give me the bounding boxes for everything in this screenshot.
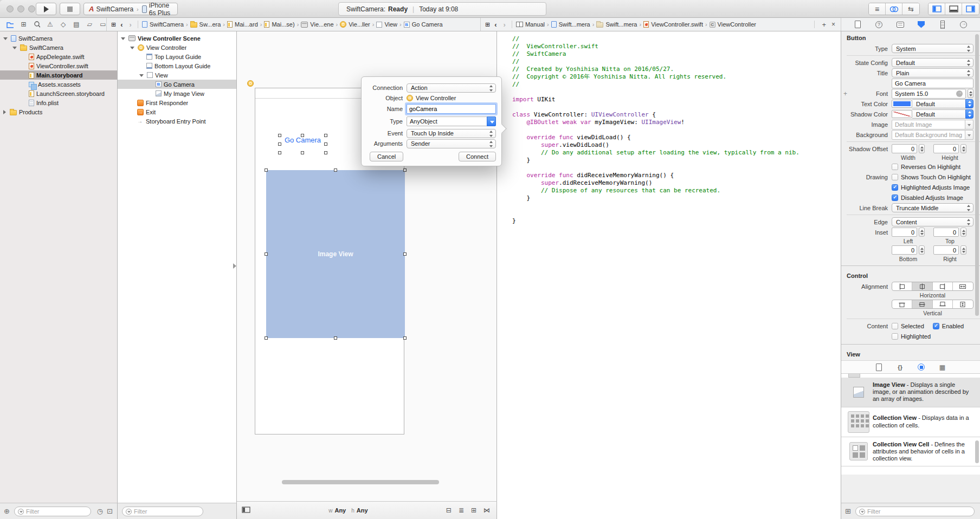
align-fill-vertical-segment[interactable] (953, 300, 973, 308)
cancel-button[interactable]: Cancel (370, 152, 403, 161)
version-editor-button[interactable]: ⇆ (902, 3, 919, 15)
line-break-popup[interactable]: Truncate Middle (892, 203, 973, 212)
stepper[interactable] (960, 144, 966, 153)
filter-input[interactable] (134, 508, 199, 515)
file-row[interactable]: ViewController.swift (0, 61, 117, 70)
quick-help-inspector-icon[interactable]: ? (875, 21, 883, 28)
selected-checkbox[interactable]: Selected (892, 323, 924, 329)
close-assistant-editor-button[interactable]: × (831, 21, 835, 28)
source-editor[interactable]: //// ViewController.swift// SwiftCamera/… (497, 31, 841, 519)
text-color-popup[interactable]: Default (912, 99, 973, 108)
outline-filter-field[interactable] (122, 507, 203, 516)
size-inspector-icon[interactable] (938, 21, 946, 29)
selection-handle[interactable] (301, 134, 304, 137)
disclosure-triangle[interactable] (139, 74, 144, 77)
related-items-icon[interactable]: ⊞ (111, 21, 116, 28)
forward-button[interactable]: › (127, 21, 134, 29)
debug-navigator-icon[interactable]: ▤ (73, 21, 80, 28)
align-left-segment[interactable] (892, 282, 912, 290)
shadow-offset-height-field[interactable]: 0 (933, 144, 959, 153)
align-middle-segment[interactable] (912, 300, 932, 308)
align-right-segment[interactable] (933, 282, 953, 290)
recent-files-icon[interactable]: ◷ (97, 507, 103, 515)
library-item[interactable]: Collection View - Displays data in a col… (841, 407, 980, 437)
disabled-adjusts-image-checkbox[interactable]: Disabled Adjusts Image (892, 194, 963, 201)
inset-left-field[interactable]: 0 (892, 228, 917, 237)
file-row[interactable]: AppDelegate.swift (0, 52, 117, 61)
connection-name-input[interactable] (407, 104, 496, 114)
canvas-button[interactable]: Go Camera (280, 136, 326, 144)
stepper[interactable] (919, 144, 925, 153)
library-item[interactable]: Collection View Cell - Defines the attri… (841, 437, 980, 467)
stepper[interactable] (919, 228, 925, 237)
object-library-icon[interactable] (917, 364, 925, 371)
zoom-window-button[interactable] (28, 5, 35, 12)
find-navigator-icon[interactable] (34, 21, 40, 28)
image-combo[interactable]: Default Image (892, 120, 973, 129)
text-color-swatch[interactable] (892, 100, 912, 108)
connections-inspector-icon[interactable] (959, 21, 968, 28)
highlighted-checkbox[interactable]: Highlighted (892, 333, 931, 340)
selection-handle[interactable] (278, 134, 281, 137)
checkbox[interactable] (892, 184, 898, 191)
identity-inspector-icon[interactable] (896, 22, 904, 28)
background-image-combo[interactable]: Default Background Imag (892, 130, 973, 140)
resize-handle[interactable] (403, 336, 407, 340)
title-type-popup[interactable]: Plain (892, 68, 973, 77)
file-row[interactable]: Main.storyboard (0, 70, 117, 80)
selection-handle[interactable] (324, 151, 327, 154)
issue-navigator-icon[interactable]: ⚠ (47, 21, 53, 28)
size-class-control[interactable]: w Any h Any (250, 507, 446, 514)
outline-toggle-grip[interactable] (233, 263, 236, 269)
code-snippet-library-icon[interactable]: {} (896, 364, 904, 371)
align-top-segment[interactable] (892, 300, 912, 308)
connect-button[interactable]: Connect (459, 152, 496, 161)
selection-handle[interactable] (324, 134, 327, 137)
library-filter-field[interactable] (855, 507, 975, 516)
outline-row[interactable]: Go Camera (118, 80, 236, 89)
inset-top-field[interactable]: 0 (933, 228, 959, 237)
back-button[interactable]: ‹ (492, 21, 499, 29)
shadow-color-popup[interactable]: Default (912, 109, 973, 119)
breadcrumb-item[interactable]: Swift...mera (551, 21, 590, 28)
scm-status-icon[interactable]: ⊡ (107, 507, 113, 515)
font-size-stepper[interactable] (968, 89, 973, 98)
event-popup[interactable]: Touch Up Inside (407, 129, 496, 138)
resolve-auto-layout-button[interactable]: ⋈ (483, 507, 490, 514)
checkbox[interactable] (892, 333, 898, 340)
file-row[interactable]: Info.plist (0, 98, 117, 107)
scene-dock-view-controller-icon[interactable] (247, 80, 254, 87)
add-button[interactable]: ⊕ (4, 507, 10, 515)
breakpoint-navigator-icon[interactable]: ▱ (86, 21, 93, 28)
title-text-field[interactable]: Go Camera (892, 79, 973, 88)
arguments-popup[interactable]: Sender (407, 139, 496, 148)
file-row[interactable]: Products (0, 107, 117, 116)
resize-handle[interactable] (334, 336, 337, 340)
close-window-button[interactable] (7, 5, 14, 12)
selection-handle[interactable] (301, 151, 304, 154)
align-button[interactable]: ≣ (459, 507, 464, 514)
outline-row[interactable]: Storyboard Entry Point (118, 116, 236, 126)
pin-button[interactable]: ⊞ (471, 507, 476, 514)
toggle-inspector-button[interactable] (962, 3, 979, 15)
reverses-on-highlight-checkbox[interactable]: Reverses On Highlight (892, 164, 960, 170)
attributes-inspector-icon[interactable] (917, 21, 925, 28)
stepper[interactable] (960, 245, 966, 255)
outline-row[interactable]: View Controller Scene (118, 34, 236, 43)
filter-input[interactable] (867, 508, 971, 515)
media-library-icon[interactable]: ▦ (938, 364, 946, 371)
navigator-filter-field[interactable] (14, 507, 91, 516)
checkbox[interactable] (892, 323, 898, 329)
add-assistant-editor-button[interactable]: + (822, 21, 826, 29)
file-row[interactable]: SwiftCamera (0, 43, 117, 52)
outline-row[interactable]: Exit (118, 107, 236, 116)
breadcrumb-item[interactable]: Manual (516, 21, 545, 28)
font-picker-icon[interactable] (956, 90, 963, 97)
library-scrollbar[interactable] (975, 440, 979, 463)
assistant-editor-button[interactable] (886, 3, 902, 15)
outline-row[interactable]: Bottom Layout Guide (118, 61, 236, 70)
disclosure-triangle[interactable] (3, 110, 6, 114)
library-item[interactable]: Image View - Displays a single image, or… (841, 378, 980, 407)
resize-handle[interactable] (265, 252, 268, 256)
resize-handle[interactable] (265, 168, 268, 172)
